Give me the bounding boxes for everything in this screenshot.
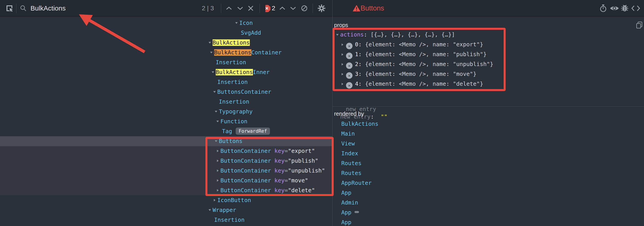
delete-entry-button[interactable]: ✕ (346, 62, 352, 69)
tree-row[interactable]: ButtonContainer key="publish" (0, 156, 332, 166)
error-badge-icon: ✕ (263, 5, 270, 12)
tree-row[interactable]: Typography (0, 107, 332, 116)
tree-row[interactable]: TagForwardRef (0, 126, 332, 136)
props-actions-row[interactable]: actions: [{…}, {…}, {…}, {…}, {…}] (333, 30, 644, 40)
tree-row[interactable]: Buttons (0, 136, 332, 146)
component-name: Insertion (214, 217, 244, 223)
entry-index: 1 (355, 51, 358, 58)
clear-errors-button[interactable] (300, 0, 308, 16)
section-divider (333, 106, 644, 107)
collapse-triangle-icon[interactable] (214, 107, 219, 116)
view-source-button[interactable] (631, 0, 640, 16)
collapse-triangle-icon[interactable] (211, 67, 216, 77)
rendered-by-link[interactable]: App (341, 218, 351, 226)
tree-row[interactable]: Icon (0, 18, 332, 28)
previous-error-button[interactable] (278, 0, 286, 16)
rendered-by-link[interactable]: App (341, 208, 359, 218)
expand-triangle-icon[interactable] (216, 156, 220, 166)
tree-row[interactable]: Function (0, 116, 332, 126)
warning-triangle-icon (352, 0, 361, 16)
props-array-entry[interactable]: ✕1: {element: <Memo />, name: "publish"} (333, 49, 644, 59)
entry-index: 0 (355, 41, 358, 48)
tree-row[interactable]: BulkActionsContainer (0, 48, 332, 58)
entry-value: {element: <Memo />, name: "unpublish"} (365, 61, 493, 67)
expand-triangle-icon[interactable] (333, 79, 346, 89)
copy-props-button[interactable] (636, 21, 643, 29)
props-array-entry[interactable]: ✕4: {element: <Memo />, name: "delete"} (333, 79, 644, 89)
delete-entry-button[interactable]: ✕ (346, 43, 352, 49)
key-attribute-equals: = (284, 187, 288, 194)
rendered-by-link[interactable]: AppRouter (341, 178, 372, 188)
delete-entry-button[interactable]: ✕ (346, 53, 352, 59)
tree-row[interactable]: ButtonContainer key="delete" (0, 186, 332, 195)
key-attribute-name: key (274, 148, 284, 154)
rendered-by-link[interactable]: Routes (341, 158, 362, 168)
clear-search-button[interactable] (246, 0, 255, 16)
prop-key: actions (340, 31, 364, 38)
collapse-triangle-icon[interactable] (216, 116, 220, 126)
tree-row[interactable]: BulkActionsInner (0, 67, 332, 77)
tree-row[interactable]: ButtonContainer key="move" (0, 176, 332, 186)
expand-triangle-icon[interactable] (333, 59, 346, 69)
tree-row[interactable]: Insertion (0, 215, 332, 225)
entry-index: 4 (355, 81, 358, 87)
expand-triangle-icon[interactable] (333, 49, 346, 59)
key-attribute-name: key (274, 187, 284, 194)
tree-row[interactable]: ButtonsContainer (0, 87, 332, 97)
collapse-triangle-icon[interactable] (213, 87, 217, 97)
expand-triangle-icon[interactable] (216, 186, 220, 195)
inspect-dom-button[interactable] (610, 0, 619, 16)
expand-triangle-icon[interactable] (216, 176, 220, 186)
collapse-triangle-icon[interactable] (210, 48, 214, 58)
rendered-by-link[interactable]: Index (341, 149, 358, 158)
component-name: Container (251, 49, 282, 56)
delete-entry-button[interactable]: ✕ (346, 82, 352, 89)
tree-row[interactable]: ButtonContainer key="unpublish" (0, 166, 332, 176)
props-array-entry[interactable]: ✕0: {element: <Memo />, name: "export"} (333, 40, 644, 49)
collapse-triangle-icon[interactable] (208, 205, 212, 215)
collapse-triangle-icon[interactable] (214, 136, 219, 146)
expand-triangle-icon[interactable] (333, 69, 346, 79)
props-array-entry[interactable]: ✕2: {element: <Memo />, name: "unpublish… (333, 59, 644, 69)
tree-row[interactable]: Insertion (0, 97, 332, 107)
rendered-by-link[interactable]: View (341, 139, 355, 149)
expand-triangle-icon[interactable] (213, 195, 217, 205)
expand-triangle-icon[interactable] (216, 166, 220, 176)
collapse-triangle-icon[interactable] (333, 30, 340, 40)
tree-row[interactable]: Insertion (0, 77, 332, 87)
inspect-element-button[interactable] (4, 0, 14, 16)
component-name: Inner (253, 69, 270, 75)
tree-row[interactable]: SvgAdd (0, 28, 332, 38)
search-input[interactable] (30, 0, 174, 16)
next-error-button[interactable] (289, 0, 297, 16)
toolbar-separator (312, 3, 313, 13)
search-match-text: BulkActions (216, 69, 253, 75)
next-match-button[interactable] (236, 0, 244, 16)
tree-row[interactable]: BulkActions (0, 38, 332, 48)
rendered-by-link[interactable]: Routes (341, 168, 362, 178)
tree-row[interactable]: ButtonContainer key="export" (0, 146, 332, 156)
props-array-entry[interactable]: ✕3: {element: <Memo />, name: "move"} (333, 69, 644, 79)
collapse-triangle-icon[interactable] (208, 38, 212, 48)
previous-match-button[interactable] (225, 0, 233, 16)
rendered-by-link[interactable]: App (341, 188, 351, 198)
rendered-by-link[interactable]: Main (341, 129, 355, 139)
debug-log-button[interactable] (620, 0, 629, 16)
delete-entry-button[interactable]: ✕ (346, 72, 352, 79)
tree-row[interactable]: Insertion (0, 58, 332, 67)
profiler-timer-button[interactable] (599, 0, 608, 16)
react-devtools-window: 2 | 3 ✕ 2 (0, 0, 644, 226)
rendered-by-link[interactable]: BulkActions (341, 119, 378, 129)
component-name: ButtonContainer (220, 177, 271, 184)
component-name: Insertion (219, 99, 249, 105)
settings-button[interactable] (316, 0, 326, 16)
collapse-triangle-icon[interactable] (235, 18, 239, 28)
expand-triangle-icon[interactable] (333, 40, 346, 49)
new-entry-value[interactable]: "" (381, 113, 388, 120)
expand-triangle-icon[interactable] (216, 146, 220, 156)
rendered-by-link[interactable]: Admin (341, 198, 358, 208)
error-count: 2 (272, 0, 275, 16)
tree-row[interactable]: Wrapper (0, 205, 332, 215)
tree-row[interactable]: IconButton (0, 195, 332, 205)
new-entry-row[interactable]: new entry: "" (333, 113, 644, 121)
